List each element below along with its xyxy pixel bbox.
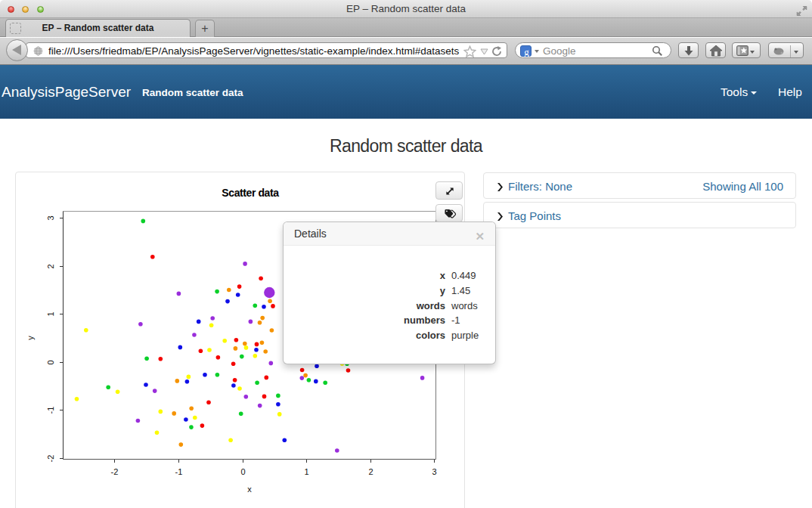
svg-text:-1: -1: [175, 467, 183, 476]
svg-text:0: 0: [240, 467, 245, 476]
svg-text:3: 3: [432, 467, 436, 476]
svg-text:0: 0: [46, 360, 55, 364]
svg-text:-2: -2: [111, 467, 119, 476]
svg-text:3: 3: [46, 215, 55, 220]
svg-text:y: y: [26, 336, 35, 340]
svg-text:2: 2: [46, 264, 55, 268]
svg-text:2: 2: [368, 467, 373, 476]
svg-text:x: x: [247, 485, 252, 494]
svg-text:-1: -1: [46, 407, 55, 414]
svg-text:1: 1: [304, 467, 308, 476]
svg-text:-2: -2: [46, 455, 55, 463]
svg-text:1: 1: [46, 311, 55, 316]
